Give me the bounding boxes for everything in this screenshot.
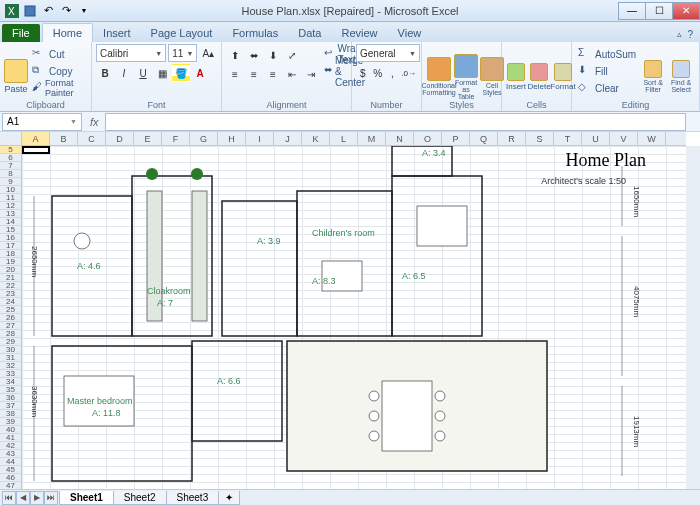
- fill-icon: ⬇: [578, 64, 592, 78]
- col-header[interactable]: B: [50, 132, 78, 145]
- redo-icon[interactable]: ↷: [58, 3, 74, 19]
- sheet-last-icon[interactable]: ⏭: [44, 491, 58, 505]
- tab-insert[interactable]: Insert: [93, 24, 141, 42]
- undo-icon[interactable]: ↶: [40, 3, 56, 19]
- col-header[interactable]: N: [386, 132, 414, 145]
- row-headers: 5678910111213141516171819202122232425262…: [0, 146, 22, 489]
- col-header[interactable]: H: [218, 132, 246, 145]
- currency-icon[interactable]: $: [356, 64, 370, 82]
- table-icon: [454, 54, 478, 78]
- fill-button[interactable]: ⬇Fill: [576, 63, 638, 79]
- sheet-prev-icon[interactable]: ◀: [16, 491, 30, 505]
- col-header[interactable]: T: [554, 132, 582, 145]
- tab-formulas[interactable]: Formulas: [222, 24, 288, 42]
- col-header[interactable]: L: [330, 132, 358, 145]
- border-button[interactable]: ▦: [153, 64, 171, 82]
- formula-input[interactable]: [105, 113, 686, 131]
- underline-button[interactable]: U: [134, 64, 152, 82]
- clear-button[interactable]: ◇Clear: [576, 80, 638, 96]
- help-icon[interactable]: ?: [684, 29, 696, 40]
- group-font: Calibri▼ 11▼ A▴ B I U ▦ 🪣 A Font: [92, 42, 222, 111]
- close-button[interactable]: ✕: [672, 2, 700, 20]
- group-clipboard: Paste ✂Cut ⧉Copy 🖌Format Painter Clipboa…: [0, 42, 92, 111]
- cut-button[interactable]: ✂Cut: [30, 46, 87, 62]
- excel-icon[interactable]: X: [4, 3, 20, 19]
- autosum-button[interactable]: ΣAutoSum: [576, 46, 638, 62]
- tab-pagelayout[interactable]: Page Layout: [141, 24, 223, 42]
- minimize-button[interactable]: —: [618, 2, 646, 20]
- col-header[interactable]: K: [302, 132, 330, 145]
- save-icon[interactable]: [22, 3, 38, 19]
- cells-area[interactable]: [22, 146, 686, 489]
- percent-icon[interactable]: %: [371, 64, 385, 82]
- tab-data[interactable]: Data: [288, 24, 331, 42]
- col-header[interactable]: V: [610, 132, 638, 145]
- align-right-icon[interactable]: ≡: [264, 65, 282, 83]
- insert-icon: [507, 63, 525, 81]
- tab-review[interactable]: Review: [331, 24, 387, 42]
- font-color-button[interactable]: A: [191, 64, 209, 82]
- col-header[interactable]: O: [414, 132, 442, 145]
- col-header[interactable]: U: [582, 132, 610, 145]
- qat-dropdown-icon[interactable]: ▼: [76, 3, 92, 19]
- name-box[interactable]: A1▼: [2, 113, 82, 131]
- inc-decimal-icon[interactable]: .0→: [400, 64, 417, 82]
- align-bottom-icon[interactable]: ⬇: [264, 46, 282, 64]
- col-header[interactable]: J: [274, 132, 302, 145]
- sheet-next-icon[interactable]: ▶: [30, 491, 44, 505]
- fx-icon[interactable]: fx: [84, 116, 105, 128]
- align-left-icon[interactable]: ≡: [226, 65, 244, 83]
- col-header[interactable]: S: [526, 132, 554, 145]
- tab-view[interactable]: View: [388, 24, 432, 42]
- sheet-new-icon[interactable]: ✦: [218, 491, 240, 505]
- grow-font-icon[interactable]: A▴: [199, 44, 217, 62]
- sheet-tab-1[interactable]: Sheet1: [59, 491, 114, 505]
- col-header[interactable]: W: [638, 132, 666, 145]
- active-cell[interactable]: [22, 146, 50, 154]
- sheet-tab-2[interactable]: Sheet2: [113, 491, 167, 505]
- font-name-combo[interactable]: Calibri▼: [96, 44, 166, 62]
- indent-inc-icon[interactable]: ⇥: [302, 65, 320, 83]
- col-header[interactable]: D: [106, 132, 134, 145]
- row-header[interactable]: 47: [0, 482, 21, 489]
- col-header[interactable]: Q: [470, 132, 498, 145]
- col-header[interactable]: G: [190, 132, 218, 145]
- tab-file[interactable]: File: [2, 24, 40, 42]
- indent-dec-icon[interactable]: ⇤: [283, 65, 301, 83]
- tab-home[interactable]: Home: [42, 23, 93, 42]
- italic-button[interactable]: I: [115, 64, 133, 82]
- sheet-tab-3[interactable]: Sheet3: [166, 491, 220, 505]
- title-bar: X ↶ ↷ ▼ House Plan.xlsx [Repaired] - Mic…: [0, 0, 700, 22]
- col-header[interactable]: F: [162, 132, 190, 145]
- col-header[interactable]: E: [134, 132, 162, 145]
- sheet-first-icon[interactable]: ⏮: [2, 491, 16, 505]
- sort-icon: [644, 60, 662, 78]
- copy-icon: ⧉: [32, 64, 46, 78]
- vertical-scrollbar[interactable]: [686, 146, 700, 489]
- sheet-nav: ⏮ ◀ ▶ ⏭: [0, 491, 60, 505]
- col-header[interactable]: C: [78, 132, 106, 145]
- horizontal-scrollbar[interactable]: [340, 491, 686, 505]
- col-header[interactable]: R: [498, 132, 526, 145]
- scissors-icon: ✂: [32, 47, 46, 61]
- maximize-button[interactable]: ☐: [645, 2, 673, 20]
- align-center-icon[interactable]: ≡: [245, 65, 263, 83]
- comma-icon[interactable]: ,: [386, 64, 400, 82]
- col-header[interactable]: P: [442, 132, 470, 145]
- align-middle-icon[interactable]: ⬌: [245, 46, 263, 64]
- orientation-icon[interactable]: ⤢: [283, 46, 301, 64]
- copy-button[interactable]: ⧉Copy: [30, 63, 87, 79]
- align-top-icon[interactable]: ⬆: [226, 46, 244, 64]
- col-header[interactable]: A: [22, 132, 50, 145]
- number-format-combo[interactable]: General▼: [356, 44, 420, 62]
- font-size-combo[interactable]: 11▼: [168, 44, 197, 62]
- format-painter-button[interactable]: 🖌Format Painter: [30, 80, 87, 96]
- col-header[interactable]: I: [246, 132, 274, 145]
- group-alignment: ⬆ ⬌ ⬇ ⤢ ≡ ≡ ≡ ⇤ ⇥ ↩Wrap Text ⬌Merge & Ce…: [222, 42, 352, 111]
- select-all-corner[interactable]: [0, 132, 22, 146]
- col-header[interactable]: M: [358, 132, 386, 145]
- worksheet-grid[interactable]: ABCDEFGHIJKLMNOPQRSTUVW 5678910111213141…: [0, 132, 700, 489]
- fill-color-button[interactable]: 🪣: [172, 64, 190, 82]
- bold-button[interactable]: B: [96, 64, 114, 82]
- ribbon-minimize-icon[interactable]: ▵: [677, 29, 682, 40]
